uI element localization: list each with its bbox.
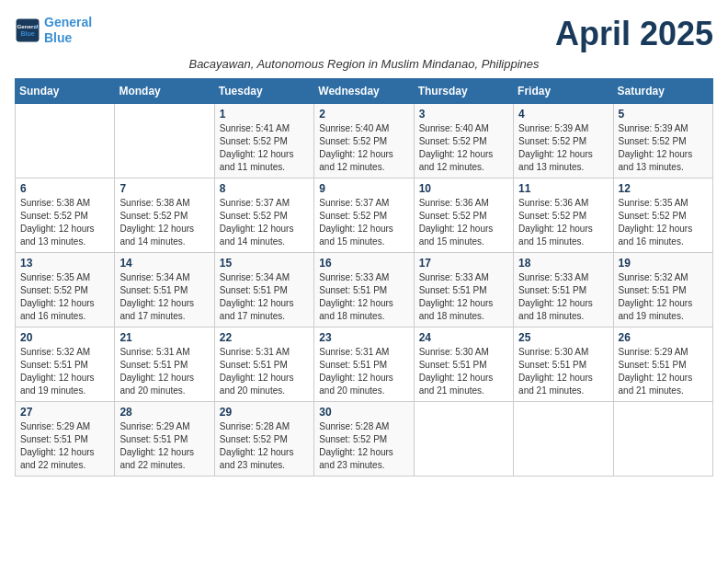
- day-info: Sunrise: 5:33 AMSunset: 5:51 PMDaylight:…: [518, 271, 608, 323]
- day-cell: 3Sunrise: 5:40 AMSunset: 5:52 PMDaylight…: [414, 104, 513, 178]
- day-info: Sunrise: 5:31 AMSunset: 5:51 PMDaylight:…: [319, 346, 408, 397]
- week-row-5: 27Sunrise: 5:29 AMSunset: 5:51 PMDayligh…: [16, 402, 713, 477]
- day-info: Sunrise: 5:28 AMSunset: 5:52 PMDaylight:…: [220, 420, 309, 472]
- day-number: 30: [319, 406, 408, 419]
- day-info: Sunrise: 5:32 AMSunset: 5:51 PMDaylight:…: [20, 346, 109, 397]
- day-info: Sunrise: 5:30 AMSunset: 5:51 PMDaylight:…: [419, 346, 508, 397]
- header-row: SundayMondayTuesdayWednesdayThursdayFrid…: [16, 79, 713, 104]
- calendar-table: SundayMondayTuesdayWednesdayThursdayFrid…: [15, 78, 713, 477]
- day-number: 13: [20, 257, 109, 270]
- day-number: 24: [419, 331, 508, 344]
- day-info: Sunrise: 5:37 AMSunset: 5:52 PMDaylight:…: [220, 197, 309, 248]
- day-number: 20: [20, 331, 109, 344]
- col-header-saturday: Saturday: [613, 79, 712, 104]
- day-info: Sunrise: 5:29 AMSunset: 5:51 PMDaylight:…: [20, 420, 109, 472]
- day-cell: 9Sunrise: 5:37 AMSunset: 5:52 PMDaylight…: [314, 178, 414, 253]
- day-cell: 10Sunrise: 5:36 AMSunset: 5:52 PMDayligh…: [414, 178, 513, 253]
- week-row-2: 6Sunrise: 5:38 AMSunset: 5:52 PMDaylight…: [16, 178, 713, 253]
- day-number: 14: [119, 257, 209, 270]
- day-cell: 18Sunrise: 5:33 AMSunset: 5:51 PMDayligh…: [514, 253, 613, 327]
- day-number: 12: [619, 182, 708, 195]
- day-number: 29: [220, 406, 309, 419]
- page-header: General Blue General Blue April 2025: [15, 15, 713, 53]
- day-cell: 22Sunrise: 5:31 AMSunset: 5:51 PMDayligh…: [214, 327, 313, 402]
- day-info: Sunrise: 5:31 AMSunset: 5:51 PMDaylight:…: [119, 346, 209, 397]
- day-number: 28: [119, 406, 209, 419]
- day-info: Sunrise: 5:29 AMSunset: 5:51 PMDaylight:…: [619, 346, 708, 397]
- day-info: Sunrise: 5:34 AMSunset: 5:51 PMDaylight:…: [220, 271, 309, 323]
- day-number: 9: [319, 182, 408, 195]
- day-cell: 8Sunrise: 5:37 AMSunset: 5:52 PMDaylight…: [214, 178, 313, 253]
- day-number: 25: [518, 331, 608, 344]
- day-info: Sunrise: 5:35 AMSunset: 5:52 PMDaylight:…: [619, 197, 708, 248]
- day-info: Sunrise: 5:36 AMSunset: 5:52 PMDaylight:…: [518, 197, 608, 248]
- day-cell: 11Sunrise: 5:36 AMSunset: 5:52 PMDayligh…: [514, 178, 613, 253]
- day-number: 5: [619, 108, 708, 121]
- day-cell: 23Sunrise: 5:31 AMSunset: 5:51 PMDayligh…: [314, 327, 414, 402]
- day-cell: 4Sunrise: 5:39 AMSunset: 5:52 PMDaylight…: [514, 104, 613, 178]
- day-cell: 26Sunrise: 5:29 AMSunset: 5:51 PMDayligh…: [613, 327, 712, 402]
- day-info: Sunrise: 5:30 AMSunset: 5:51 PMDaylight:…: [518, 346, 608, 397]
- day-number: 8: [220, 182, 309, 195]
- day-info: Sunrise: 5:40 AMSunset: 5:52 PMDaylight:…: [319, 122, 408, 174]
- day-info: Sunrise: 5:36 AMSunset: 5:52 PMDaylight:…: [419, 197, 508, 248]
- day-cell: [115, 104, 214, 178]
- day-cell: 24Sunrise: 5:30 AMSunset: 5:51 PMDayligh…: [414, 327, 513, 402]
- day-info: Sunrise: 5:33 AMSunset: 5:51 PMDaylight:…: [419, 271, 508, 323]
- week-row-1: 1Sunrise: 5:41 AMSunset: 5:52 PMDaylight…: [16, 104, 713, 178]
- svg-text:Blue: Blue: [20, 30, 34, 37]
- day-info: Sunrise: 5:34 AMSunset: 5:51 PMDaylight:…: [119, 271, 209, 323]
- day-number: 11: [518, 182, 608, 195]
- day-cell: 1Sunrise: 5:41 AMSunset: 5:52 PMDaylight…: [214, 104, 313, 178]
- day-number: 16: [319, 257, 408, 270]
- day-info: Sunrise: 5:32 AMSunset: 5:51 PMDaylight:…: [619, 271, 708, 323]
- month-title: April 2025: [555, 15, 713, 53]
- week-row-4: 20Sunrise: 5:32 AMSunset: 5:51 PMDayligh…: [16, 327, 713, 402]
- col-header-tuesday: Tuesday: [214, 79, 313, 104]
- logo-icon: General Blue: [15, 17, 40, 43]
- day-info: Sunrise: 5:29 AMSunset: 5:51 PMDaylight:…: [119, 420, 209, 472]
- day-info: Sunrise: 5:33 AMSunset: 5:51 PMDaylight:…: [319, 271, 408, 323]
- day-cell: 19Sunrise: 5:32 AMSunset: 5:51 PMDayligh…: [613, 253, 712, 327]
- day-number: 26: [619, 331, 708, 344]
- day-number: 27: [20, 406, 109, 419]
- day-info: Sunrise: 5:41 AMSunset: 5:52 PMDaylight:…: [220, 122, 309, 174]
- day-info: Sunrise: 5:38 AMSunset: 5:52 PMDaylight:…: [20, 197, 109, 248]
- day-cell: 21Sunrise: 5:31 AMSunset: 5:51 PMDayligh…: [115, 327, 214, 402]
- week-row-3: 13Sunrise: 5:35 AMSunset: 5:52 PMDayligh…: [16, 253, 713, 327]
- day-cell: 17Sunrise: 5:33 AMSunset: 5:51 PMDayligh…: [414, 253, 513, 327]
- day-number: 19: [619, 257, 708, 270]
- day-number: 6: [20, 182, 109, 195]
- col-header-sunday: Sunday: [16, 79, 115, 104]
- day-cell: 25Sunrise: 5:30 AMSunset: 5:51 PMDayligh…: [514, 327, 613, 402]
- day-cell: [414, 402, 513, 477]
- day-cell: 12Sunrise: 5:35 AMSunset: 5:52 PMDayligh…: [613, 178, 712, 253]
- day-number: 18: [518, 257, 608, 270]
- day-cell: 7Sunrise: 5:38 AMSunset: 5:52 PMDaylight…: [115, 178, 214, 253]
- day-number: 7: [119, 182, 209, 195]
- day-cell: 5Sunrise: 5:39 AMSunset: 5:52 PMDaylight…: [613, 104, 712, 178]
- col-header-thursday: Thursday: [414, 79, 513, 104]
- day-cell: 30Sunrise: 5:28 AMSunset: 5:52 PMDayligh…: [314, 402, 414, 477]
- day-number: 23: [319, 331, 408, 344]
- day-info: Sunrise: 5:35 AMSunset: 5:52 PMDaylight:…: [20, 271, 109, 323]
- day-cell: [514, 402, 613, 477]
- day-info: Sunrise: 5:38 AMSunset: 5:52 PMDaylight:…: [119, 197, 209, 248]
- day-number: 15: [220, 257, 309, 270]
- logo: General Blue General Blue: [15, 15, 92, 46]
- day-number: 21: [119, 331, 209, 344]
- day-cell: 15Sunrise: 5:34 AMSunset: 5:51 PMDayligh…: [214, 253, 313, 327]
- logo-text: General Blue: [44, 15, 92, 46]
- day-number: 3: [419, 108, 508, 121]
- day-cell: [613, 402, 712, 477]
- day-info: Sunrise: 5:31 AMSunset: 5:51 PMDaylight:…: [220, 346, 309, 397]
- col-header-friday: Friday: [514, 79, 613, 104]
- day-cell: 28Sunrise: 5:29 AMSunset: 5:51 PMDayligh…: [115, 402, 214, 477]
- day-number: 2: [319, 108, 408, 121]
- day-info: Sunrise: 5:28 AMSunset: 5:52 PMDaylight:…: [319, 420, 408, 472]
- day-cell: 27Sunrise: 5:29 AMSunset: 5:51 PMDayligh…: [16, 402, 115, 477]
- day-info: Sunrise: 5:40 AMSunset: 5:52 PMDaylight:…: [419, 122, 508, 174]
- day-number: 1: [220, 108, 309, 121]
- col-header-monday: Monday: [115, 79, 214, 104]
- day-cell: 29Sunrise: 5:28 AMSunset: 5:52 PMDayligh…: [214, 402, 313, 477]
